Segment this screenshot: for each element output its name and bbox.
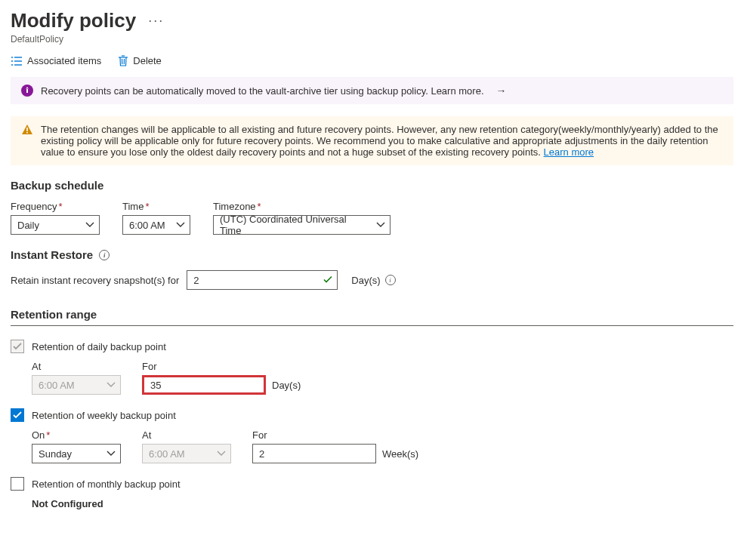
warning-icon	[21, 124, 33, 138]
chevron-down-icon	[85, 222, 94, 228]
timezone-label: Timezone*	[213, 201, 391, 212]
weekly-for-label: For	[252, 429, 418, 441]
timezone-select[interactable]: (UTC) Coordinated Universal Time	[213, 215, 391, 235]
checkmark-icon	[323, 275, 332, 286]
time-label: Time*	[122, 201, 190, 212]
associated-items-label: Associated items	[27, 55, 101, 66]
more-icon[interactable]: ···	[148, 13, 164, 29]
page-subtitle: DefaultPolicy	[11, 34, 733, 45]
instant-restore-heading: Instant Restore i	[11, 248, 733, 261]
instant-days-suffix: Day(s)	[351, 275, 380, 286]
list-icon	[11, 56, 23, 66]
daily-at-label: At	[32, 361, 121, 372]
instant-retain-label: Retain instant recovery snapshot(s) for	[11, 275, 179, 286]
daily-for-label: For	[142, 361, 301, 372]
weekly-retention-label: Retention of weekly backup point	[32, 410, 176, 421]
daily-for-input[interactable]: 35	[142, 375, 266, 395]
learn-more-arrow[interactable]: →	[496, 85, 507, 97]
archive-tier-banner: Recovery points can be automatically mov…	[11, 77, 733, 104]
chevron-down-icon	[217, 451, 226, 457]
warning-learn-more-link[interactable]: Learn more	[544, 146, 594, 158]
frequency-label: Frequency*	[11, 201, 100, 212]
backup-schedule-heading: Backup schedule	[11, 179, 733, 192]
instant-days-input[interactable]: 2	[187, 270, 338, 290]
warning-text-wrap: The retention changes will be applicable…	[41, 124, 723, 158]
chevron-down-icon	[376, 222, 385, 228]
weekly-at-select: 6:00 AM	[142, 444, 231, 463]
monthly-retention-checkbox[interactable]	[11, 477, 24, 491]
daily-at-value: 6:00 AM	[39, 380, 75, 391]
command-bar: Associated items Delete	[11, 55, 733, 66]
weekly-for-value: 2	[259, 448, 264, 460]
info-icon[interactable]: i	[385, 275, 396, 285]
associated-items-button[interactable]: Associated items	[11, 55, 101, 66]
timezone-value: (UTC) Coordinated Universal Time	[220, 214, 370, 236]
weekly-on-select[interactable]: Sunday	[32, 444, 121, 463]
trash-icon	[118, 55, 128, 66]
chevron-down-icon	[107, 382, 116, 388]
frequency-select[interactable]: Daily	[11, 215, 100, 235]
weekly-at-value: 6:00 AM	[149, 448, 185, 460]
time-value: 6:00 AM	[129, 220, 165, 231]
page-title: Modify policy	[11, 9, 136, 32]
archive-banner-text: Recovery points can be automatically mov…	[41, 85, 484, 97]
svg-rect-11	[26, 132, 28, 134]
daily-retention-checkbox	[11, 340, 24, 353]
weekly-retention-checkbox[interactable]	[11, 408, 24, 422]
monthly-retention-label: Retention of monthly backup point	[32, 478, 181, 490]
retention-range-heading: Retention range	[11, 308, 733, 326]
chevron-down-icon	[107, 451, 116, 457]
warning-text: The retention changes will be applicable…	[41, 124, 718, 158]
weekly-for-input[interactable]: 2	[252, 444, 376, 463]
weekly-at-label: At	[142, 429, 231, 441]
time-select[interactable]: 6:00 AM	[122, 215, 190, 235]
info-icon[interactable]: i	[99, 250, 110, 260]
daily-at-select: 6:00 AM	[32, 375, 121, 395]
chevron-down-icon	[176, 222, 185, 228]
daily-for-suffix: Day(s)	[272, 380, 301, 391]
daily-retention-label: Retention of daily backup point	[32, 341, 166, 352]
weekly-on-value: Sunday	[39, 448, 72, 460]
delete-label: Delete	[133, 55, 162, 66]
monthly-not-configured: Not Configured	[32, 498, 733, 509]
rocket-icon	[21, 85, 33, 97]
weekly-for-suffix: Week(s)	[382, 448, 418, 460]
instant-days-value: 2	[193, 275, 199, 286]
frequency-value: Daily	[17, 220, 39, 231]
retention-warning-banner: The retention changes will be applicable…	[11, 116, 733, 165]
daily-for-value: 35	[150, 380, 161, 391]
delete-button[interactable]: Delete	[118, 55, 162, 66]
svg-rect-10	[26, 128, 28, 131]
weekly-on-label: On*	[32, 429, 121, 441]
